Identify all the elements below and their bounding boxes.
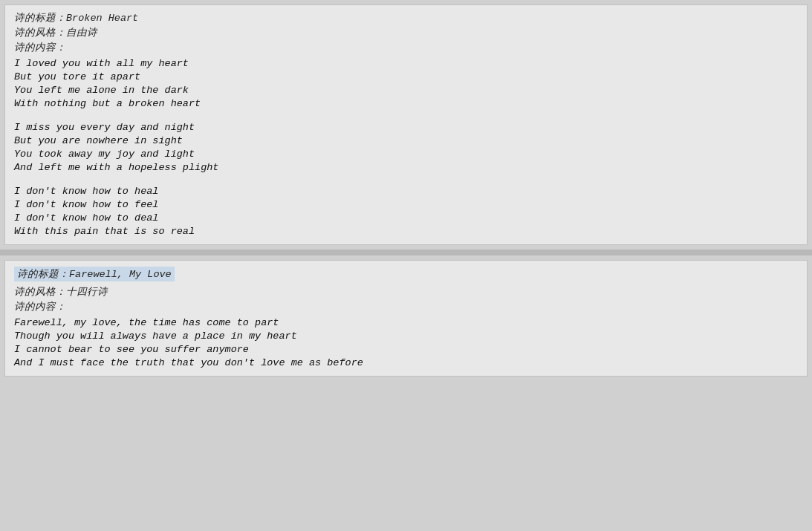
poem2-line-1-1: Farewell, my love, the time has come to … xyxy=(14,316,798,329)
poem1-content-label: 诗的内容： xyxy=(14,41,798,54)
poem1-title: 诗的标题：Broken Heart xyxy=(14,11,798,25)
poem1-line-3-1: I don't know how to heal xyxy=(14,185,798,198)
poem1-line-1-3: You left me alone in the dark xyxy=(14,84,798,97)
poem2-style: 诗的风格：十四行诗 xyxy=(14,285,798,299)
poem1-line-3-4: With this pain that is so real xyxy=(14,225,798,238)
poem2-line-1-2: Though you will always have a place in m… xyxy=(14,330,798,342)
stanza-break-1 xyxy=(14,111,798,121)
poem-card-1: 诗的标题：Broken Heart 诗的风格：自由诗 诗的内容： I loved… xyxy=(4,4,808,245)
poem1-line-3-2: I don't know how to feel xyxy=(14,198,798,211)
poem2-content-label: 诗的内容： xyxy=(14,300,798,313)
poem2-title: 诗的标题：Farewell, My Love xyxy=(14,267,175,281)
poem-card-2: 诗的标题：Farewell, My Love 诗的风格：十四行诗 诗的内容： F… xyxy=(4,260,808,377)
poem1-line-1-4: With nothing but a broken heart xyxy=(14,97,798,110)
poem1-line-2-3: You took away my joy and light xyxy=(14,148,798,160)
poem2-line-1-4: And I must face the truth that you don't… xyxy=(14,356,798,369)
poem1-line-1-2: But you tore it apart xyxy=(14,71,798,83)
stanza-break-2 xyxy=(14,175,798,185)
poem1-line-1-1: I loved you with all my heart xyxy=(14,57,798,70)
poem1-line-2-4: And left me with a hopeless plight xyxy=(14,161,798,174)
poem1-style: 诗的风格：自由诗 xyxy=(14,26,798,39)
poem2-line-1-3: I cannot bear to see you suffer anymore xyxy=(14,343,798,356)
poem1-line-2-1: I miss you every day and night xyxy=(14,121,798,134)
poem1-line-3-3: I don't know how to deal xyxy=(14,212,798,224)
poem2-title-wrapper: 诗的标题：Farewell, My Love xyxy=(14,267,798,283)
poem1-line-2-2: But you are nowhere in sight xyxy=(14,134,798,147)
poem-separator xyxy=(0,250,812,255)
